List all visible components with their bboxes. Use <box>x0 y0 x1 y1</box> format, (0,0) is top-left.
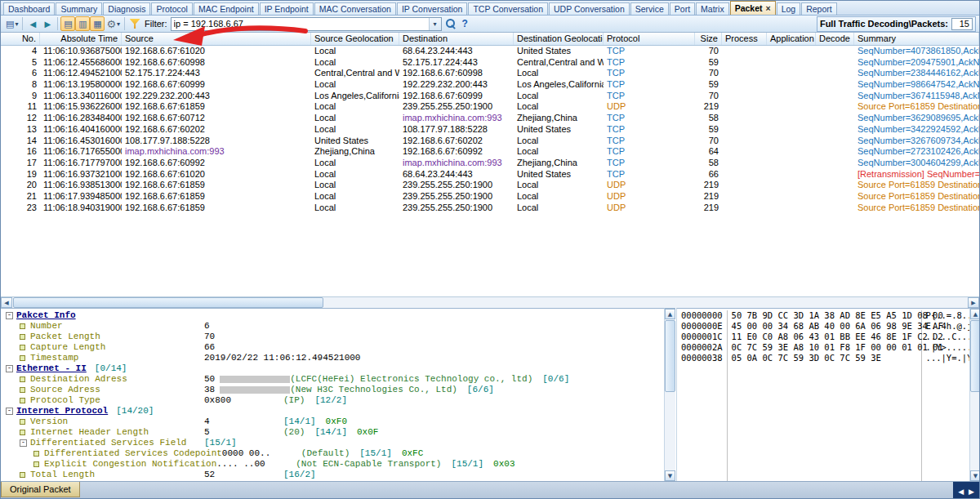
scrollbar-track[interactable] <box>665 392 675 470</box>
tree-row[interactable]: Internet Header Length5(20)[14/1]0x0F <box>1 427 664 438</box>
table-row[interactable]: 1311:06:16.404160000192.168.6.67:60202Lo… <box>1 124 979 136</box>
forward-button[interactable]: ▶ <box>40 16 55 31</box>
filter-button[interactable] <box>127 16 142 31</box>
tab-log[interactable]: Log <box>777 2 801 15</box>
scroll-right-button[interactable]: ▶ <box>968 297 979 308</box>
tab-scroll-right-button[interactable]: ▶ <box>969 488 974 496</box>
hex-ascii-column[interactable]: P{..=.8.......E..4h.@.j...4......C...F..… <box>922 310 971 481</box>
collapse-icon[interactable]: - <box>20 439 27 447</box>
tree-row[interactable]: Timestamp2019/02/22 11:06:12.494521000 <box>1 353 664 363</box>
hex-ascii[interactable]: ...|Y=.|Y> <box>926 353 971 363</box>
tab-mac-conversation[interactable]: MAC Conversation <box>314 2 396 15</box>
column-header-src[interactable]: Source <box>122 33 311 45</box>
hex-bytes[interactable]: 45 00 00 34 68 AB 40 00 6A 06 98 9E 34 A… <box>732 321 917 332</box>
hex-ascii[interactable]: E..4h.@.j...4. <box>926 321 971 332</box>
help-icon[interactable]: ? <box>462 18 468 29</box>
column-header-dst_geo[interactable]: Destination Geolocation <box>514 33 604 45</box>
table-row[interactable]: 2311:06:18.940319000192.168.6.67:61859Lo… <box>1 203 979 214</box>
close-icon[interactable]: × <box>766 3 771 13</box>
tab-ip-endpoint[interactable]: IP Endpoint <box>260 2 314 15</box>
column-header-summary[interactable]: Summary <box>854 33 979 45</box>
column-header-process[interactable]: Process <box>722 33 767 45</box>
tab-report[interactable]: Report <box>801 2 837 15</box>
view-toggle-hex-button[interactable]: ▦ <box>90 16 105 31</box>
tree-row[interactable]: -Internet Protocol[14/20] <box>1 406 664 417</box>
tab-summary[interactable]: Summary <box>56 2 102 15</box>
filter-dropdown-button[interactable]: ▾ <box>429 18 441 30</box>
tree-row[interactable]: Destination Adress50(LCFC(HeFei) Electro… <box>1 374 664 385</box>
settings-button[interactable]: ⚙▾ <box>105 16 122 31</box>
table-row[interactable]: 1711:06:16.717797000192.168.6.67:60992Lo… <box>1 158 979 169</box>
column-header-src_geo[interactable]: Source Geolocation <box>311 33 399 45</box>
tab-matrix[interactable]: Matrix <box>696 2 729 15</box>
table-row[interactable]: 811:06:13.195800000192.168.6.67:60999Loc… <box>1 79 979 91</box>
tree-row[interactable]: Source Adress38(New H3C Technologies Co.… <box>1 385 664 395</box>
tab-ip-conversation[interactable]: IP Conversation <box>397 2 468 15</box>
table-row[interactable]: 1111:06:15.936226000192.168.6.67:61859Lo… <box>1 101 979 113</box>
tab-packet[interactable]: Packet× <box>730 1 776 15</box>
tree-row[interactable]: Explicit Congestion Notification.... ..0… <box>1 459 664 470</box>
tree-row[interactable]: -Ethernet - II[0/14] <box>1 363 664 374</box>
table-row[interactable]: 1911:06:16.937321000192.168.6.67:61020Lo… <box>1 169 979 180</box>
tree-row[interactable]: Number6 <box>1 321 664 332</box>
tab-scroll-left-button[interactable]: ◀ <box>958 488 964 496</box>
table-row[interactable]: 411:06:10.936875000192.168.6.67:61020Loc… <box>1 46 979 57</box>
tab-tcp-conversation[interactable]: TCP Conversation <box>468 2 548 15</box>
scrollbar-thumb[interactable] <box>13 297 323 308</box>
scrollbar-track[interactable] <box>323 297 968 308</box>
column-header-dst[interactable]: Destination <box>399 33 514 45</box>
tab-port[interactable]: Port <box>670 2 695 15</box>
scroll-up-button[interactable]: ▲ <box>970 309 980 319</box>
tab-diagnosis[interactable]: Diagnosis <box>103 2 150 15</box>
filter-input[interactable] <box>172 18 429 30</box>
tree-row[interactable]: Packet Length70 <box>1 332 664 342</box>
table-row[interactable]: 1411:06:16.453016000108.177.97.188:5228U… <box>1 136 979 147</box>
hex-ascii[interactable]: P{..=.8....... <box>926 310 971 321</box>
table-row[interactable]: 511:06:12.455686000192.168.6.67:60998Loc… <box>1 57 979 69</box>
tree-row[interactable]: Version4[14/1]0xF0 <box>1 417 664 427</box>
search-button[interactable] <box>442 16 460 31</box>
column-header-app[interactable]: Application <box>767 33 816 45</box>
column-header-no[interactable]: No. <box>1 33 40 45</box>
tab-protocol[interactable]: Protocol <box>151 2 193 15</box>
table-row[interactable]: 1611:06:16.717655000imap.mxhichina.com:9… <box>1 146 979 158</box>
hex-bytes[interactable]: 11 E0 C0 A8 06 43 01 BB EE 46 8E 1F C2 D… <box>732 332 917 342</box>
scroll-up-button[interactable]: ▲ <box>665 309 675 319</box>
tree-row[interactable]: Capture Length66 <box>1 342 664 353</box>
column-header-size[interactable]: Size <box>695 33 722 45</box>
scroll-left-button[interactable]: ◀ <box>1 297 12 308</box>
collapse-icon[interactable]: - <box>6 365 13 372</box>
scrollbar-track[interactable] <box>970 392 980 470</box>
tree-row[interactable]: Total Length52[16/2] <box>1 470 664 480</box>
table-row[interactable]: 2111:06:17.939485000192.168.6.67:61859Lo… <box>1 191 979 203</box>
scrollbar-thumb[interactable] <box>970 320 980 392</box>
hex-ascii[interactable]: .....C...F.... <box>926 332 971 342</box>
scroll-down-button[interactable]: ▼ <box>970 470 980 481</box>
hex-bytes[interactable]: 50 7B 9D CC 3D 1A 38 AD 8E E5 A5 1D 08 0… <box>732 310 917 321</box>
table-row[interactable]: 2011:06:16.938513000192.168.6.67:61859Lo… <box>1 180 979 191</box>
tab-service[interactable]: Service <box>630 2 669 15</box>
tab-original-packet[interactable]: Original Packet <box>1 482 80 497</box>
table-row[interactable]: 611:06:12.49452100052.175.17.224:443Cent… <box>1 68 979 79</box>
tree-row[interactable]: -Differentiated Services Field[15/1] <box>1 438 664 448</box>
tree-row[interactable]: -Pakcet Info <box>1 310 664 321</box>
view-toggle-decode-button[interactable]: ▥ <box>75 16 90 31</box>
table-row[interactable]: 911:06:13.340116000192.229.232.200:443Lo… <box>1 91 979 102</box>
hex-bytes-column[interactable]: 50 7B 9D CC 3D 1A 38 AD 8E E5 A5 1D 08 0… <box>728 310 922 481</box>
view-toggle-list-button[interactable]: ▤ <box>60 16 75 31</box>
tab-udp-conversation[interactable]: UDP Conversation <box>549 2 630 15</box>
scrollbar-thumb[interactable] <box>665 320 675 392</box>
tab-dashboard[interactable]: Dashboard <box>3 2 55 15</box>
collapse-icon[interactable]: - <box>6 312 13 319</box>
collapse-icon[interactable]: - <box>6 408 13 415</box>
column-header-decode[interactable]: Decode <box>816 33 854 45</box>
tree-row[interactable]: Differentiated Services Codepoint0000 00… <box>1 448 664 459</box>
hex-bytes[interactable]: 05 0A 0C 7C 59 3D 0C 7C 59 3E <box>732 353 917 363</box>
back-button[interactable]: ◀ <box>25 16 40 31</box>
hex-ascii[interactable]: .|Y>.......... <box>926 342 971 353</box>
tab-mac-endpoint[interactable]: MAC Endpoint <box>194 2 259 15</box>
hex-bytes[interactable]: 0C 7C 59 3E A8 10 01 F8 1F 00 00 01 01 0… <box>732 342 917 353</box>
table-row[interactable]: 1211:06:16.283484000192.168.6.67:60712Lo… <box>1 113 979 124</box>
scroll-down-button[interactable]: ▼ <box>665 470 675 481</box>
column-header-time[interactable]: Absolute Time <box>40 33 122 45</box>
